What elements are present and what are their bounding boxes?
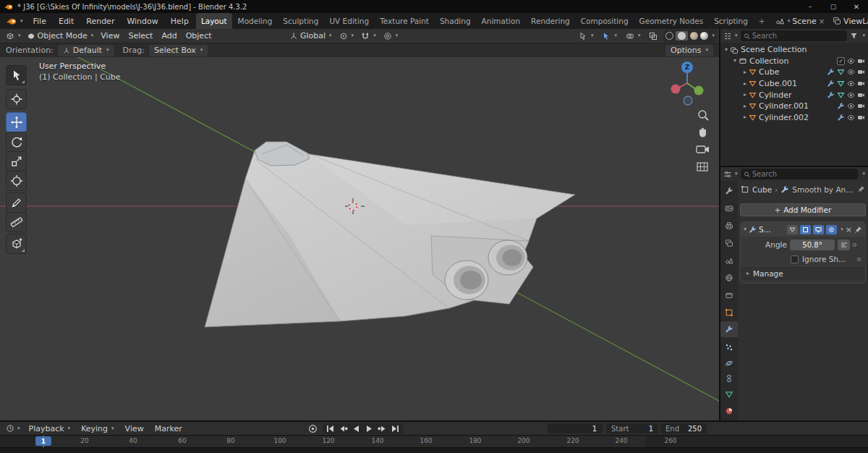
- props-tab-collection[interactable]: [720, 287, 738, 303]
- collapse-icon[interactable]: ▾: [744, 226, 746, 232]
- selectability-dropdown[interactable]: ▾: [576, 30, 597, 42]
- gizmo-z-neg-axis[interactable]: [684, 96, 692, 105]
- outliner-search[interactable]: [741, 30, 848, 41]
- jump-to-start-button[interactable]: [324, 423, 336, 434]
- workspace-tab-geometry-nodes[interactable]: Geometry Nodes: [634, 13, 709, 29]
- frame-end-field[interactable]: End 250: [660, 423, 707, 433]
- breadcrumb-modifier[interactable]: Smooth by An...: [792, 185, 854, 194]
- workspace-tab-texture-paint[interactable]: Texture Paint: [375, 13, 434, 29]
- outliner-row-cylinder-001[interactable]: ▸ Cylinder.001: [720, 101, 868, 112]
- close-button[interactable]: ✕: [845, 0, 868, 13]
- workspace-tab-layout[interactable]: Layout: [196, 13, 232, 29]
- drag-dropdown[interactable]: Select Box ▾: [149, 45, 208, 56]
- unlink-icon[interactable]: ×: [819, 17, 825, 25]
- menu-view[interactable]: View: [120, 422, 149, 435]
- shading-material-button[interactable]: [690, 32, 698, 40]
- outliner-row-cube-001[interactable]: ▸ Cube.001: [720, 78, 868, 90]
- eye-icon[interactable]: [847, 68, 855, 76]
- playhead-badge[interactable]: 1: [35, 436, 51, 446]
- menu-help[interactable]: Help: [165, 14, 195, 27]
- tool-add-cube[interactable]: [6, 234, 27, 254]
- outliner-row-scene-collection[interactable]: ▾ Scene Collection: [720, 44, 868, 56]
- props-tab-object-data[interactable]: [720, 386, 738, 402]
- pin-icon[interactable]: [857, 185, 865, 193]
- filter-icon[interactable]: [850, 32, 858, 40]
- angle-value-field[interactable]: 50.8°: [790, 240, 835, 250]
- expand-icon[interactable]: ▸: [744, 92, 746, 98]
- props-tab-modifiers[interactable]: [720, 321, 738, 337]
- editor-type-selector[interactable]: ▾: [3, 424, 23, 433]
- camera-icon[interactable]: [857, 68, 865, 76]
- add-modifier-button[interactable]: + Add Modifier: [740, 203, 866, 216]
- snap-toggle[interactable]: ▾: [358, 30, 379, 42]
- modifier-wrench-icon[interactable]: [827, 91, 835, 99]
- minimize-button[interactable]: –: [799, 0, 822, 13]
- xray-toggle[interactable]: [646, 30, 660, 42]
- jump-to-end-button[interactable]: [389, 423, 401, 434]
- transform-orient-dropdown[interactable]: Global ▾: [286, 30, 335, 42]
- menu-view[interactable]: View: [96, 29, 124, 43]
- render-toggle[interactable]: [826, 225, 837, 234]
- menu-object[interactable]: Object: [182, 29, 216, 43]
- menu-file[interactable]: File: [27, 14, 52, 27]
- workspace-tab-modeling[interactable]: Modeling: [233, 13, 278, 29]
- orientation-dropdown[interactable]: Default ▾: [58, 45, 114, 56]
- modifier-wrench-icon[interactable]: [827, 68, 835, 76]
- mesh-data-icon[interactable]: [837, 68, 845, 76]
- eye-icon[interactable]: [847, 114, 855, 122]
- modifier-wrench-icon[interactable]: [837, 102, 845, 110]
- props-tab-scene[interactable]: [720, 253, 738, 268]
- tool-rotate[interactable]: [6, 132, 27, 152]
- gizmo-y-axis[interactable]: [694, 86, 704, 96]
- pan-hand-icon[interactable]: [699, 128, 706, 137]
- zoom-control-icon[interactable]: [699, 111, 708, 120]
- manage-section[interactable]: ▸ Manage: [741, 266, 865, 280]
- camera-icon[interactable]: [857, 80, 865, 88]
- workspace-tab-uv-editing[interactable]: UV Editing: [324, 13, 374, 29]
- tool-measure[interactable]: [6, 212, 27, 232]
- tool-select-box[interactable]: [6, 65, 27, 85]
- eye-icon[interactable]: [847, 91, 855, 99]
- tool-annotate[interactable]: [6, 192, 27, 213]
- camera-icon[interactable]: [857, 114, 865, 122]
- props-tab-output[interactable]: [720, 218, 738, 234]
- close-modifier-icon[interactable]: ×: [846, 225, 852, 234]
- pin-icon[interactable]: [854, 226, 862, 234]
- proportional-edit-dropdown[interactable]: ▾: [380, 30, 401, 42]
- expand-icon[interactable]: ▸: [744, 81, 746, 87]
- props-tab-view-layer[interactable]: [720, 235, 738, 251]
- workspace-tab-animation[interactable]: Animation: [477, 13, 526, 29]
- eye-icon[interactable]: [847, 57, 855, 65]
- current-frame-field[interactable]: 1: [548, 423, 603, 433]
- expand-icon[interactable]: ▸: [744, 103, 746, 109]
- menu-window[interactable]: Window: [121, 14, 163, 27]
- expand-icon[interactable]: ▸: [744, 114, 746, 120]
- options-dropdown[interactable]: Options ▾: [665, 45, 713, 56]
- ignore-checkbox[interactable]: [791, 255, 799, 263]
- timeline-ruler[interactable]: 20 40 60 80 100 120 140 160 180 200 220 …: [0, 436, 868, 447]
- mesh-data-icon[interactable]: [837, 80, 845, 88]
- shading-wireframe-button[interactable]: [665, 32, 673, 40]
- workspace-tab-compositing[interactable]: Compositing: [576, 13, 634, 29]
- viewlayer-selector[interactable]: ViewLayer ×: [829, 17, 868, 26]
- add-workspace-button[interactable]: +: [754, 13, 770, 29]
- outliner-search-input[interactable]: [752, 32, 845, 40]
- expand-icon[interactable]: ▾: [725, 47, 728, 53]
- modifier-wrench-icon[interactable]: [827, 80, 835, 88]
- collection-checkbox[interactable]: ✓: [837, 57, 845, 65]
- camera-view-icon[interactable]: [697, 146, 709, 153]
- camera-icon[interactable]: [857, 57, 865, 65]
- play-reverse-button[interactable]: [350, 423, 362, 434]
- animate-dot[interactable]: [857, 258, 861, 261]
- shading-rendered-button[interactable]: [700, 32, 708, 40]
- slider-widget-icon[interactable]: [838, 240, 850, 250]
- modifier-wrench-icon[interactable]: [837, 114, 845, 122]
- pivot-point-dropdown[interactable]: ▾: [336, 30, 357, 42]
- camera-icon[interactable]: [857, 91, 865, 99]
- prev-keyframe-button[interactable]: [337, 423, 349, 434]
- modifier-panel-header[interactable]: ▾ S... ▾ ×: [741, 222, 865, 237]
- gizmos-dropdown[interactable]: ▾: [599, 30, 620, 42]
- menu-select[interactable]: Select: [124, 29, 157, 43]
- nav-gizmo[interactable]: Z: [671, 62, 704, 105]
- editor-type-selector[interactable]: ▾: [723, 32, 738, 41]
